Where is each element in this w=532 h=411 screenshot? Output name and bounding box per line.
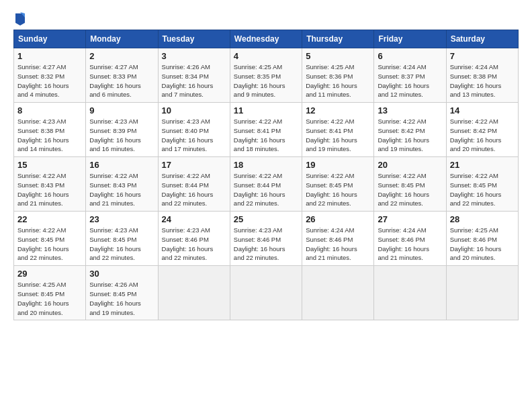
calendar-cell: 18Sunrise: 4:22 AM Sunset: 8:44 PM Dayli…	[230, 157, 302, 212]
day-info: Sunrise: 4:23 AM Sunset: 8:40 PM Dayligh…	[162, 117, 226, 154]
day-number: 14	[450, 105, 515, 116]
calendar-cell: 20Sunrise: 4:22 AM Sunset: 8:45 PM Dayli…	[374, 157, 446, 212]
calendar-cell: 11Sunrise: 4:22 AM Sunset: 8:41 PM Dayli…	[230, 103, 302, 157]
day-number: 9	[89, 105, 154, 116]
calendar-cell: 9Sunrise: 4:23 AM Sunset: 8:39 PM Daylig…	[86, 103, 158, 157]
calendar-cell: 23Sunrise: 4:23 AM Sunset: 8:45 PM Dayli…	[86, 212, 158, 266]
day-number: 20	[378, 160, 442, 170]
day-info: Sunrise: 4:22 AM Sunset: 8:43 PM Dayligh…	[89, 171, 154, 208]
calendar-cell: 26Sunrise: 4:24 AM Sunset: 8:46 PM Dayli…	[302, 212, 374, 266]
calendar-cell: 28Sunrise: 4:25 AM Sunset: 8:46 PM Dayli…	[446, 212, 518, 266]
day-number: 3	[162, 51, 226, 61]
calendar-week-2: 8Sunrise: 4:23 AM Sunset: 8:38 PM Daylig…	[14, 103, 519, 157]
calendar-cell: 5Sunrise: 4:25 AM Sunset: 8:36 PM Daylig…	[302, 48, 374, 103]
day-info: Sunrise: 4:23 AM Sunset: 8:38 PM Dayligh…	[17, 117, 82, 154]
day-number: 8	[17, 105, 82, 116]
day-info: Sunrise: 4:22 AM Sunset: 8:45 PM Dayligh…	[306, 171, 370, 208]
day-info: Sunrise: 4:22 AM Sunset: 8:43 PM Dayligh…	[17, 171, 82, 208]
day-info: Sunrise: 4:27 AM Sunset: 8:32 PM Dayligh…	[17, 62, 82, 99]
day-info: Sunrise: 4:22 AM Sunset: 8:41 PM Dayligh…	[234, 117, 298, 154]
day-info: Sunrise: 4:23 AM Sunset: 8:46 PM Dayligh…	[234, 226, 298, 263]
calendar-week-1: 1Sunrise: 4:27 AM Sunset: 8:32 PM Daylig…	[14, 48, 519, 103]
calendar-cell	[158, 266, 230, 320]
calendar-cell: 1Sunrise: 4:27 AM Sunset: 8:32 PM Daylig…	[14, 48, 86, 103]
day-number: 13	[378, 105, 442, 116]
day-number: 16	[89, 160, 154, 170]
logo-icon	[14, 11, 26, 26]
day-number: 19	[306, 160, 370, 170]
day-number: 17	[162, 160, 226, 170]
calendar-cell: 13Sunrise: 4:22 AM Sunset: 8:42 PM Dayli…	[374, 103, 446, 157]
day-info: Sunrise: 4:24 AM Sunset: 8:37 PM Dayligh…	[378, 62, 442, 99]
day-number: 23	[89, 214, 154, 224]
calendar-cell	[446, 266, 518, 320]
calendar-cell: 16Sunrise: 4:22 AM Sunset: 8:43 PM Dayli…	[86, 157, 158, 212]
calendar-week-3: 15Sunrise: 4:22 AM Sunset: 8:43 PM Dayli…	[14, 157, 519, 212]
day-number: 4	[234, 51, 298, 61]
day-info: Sunrise: 4:22 AM Sunset: 8:41 PM Dayligh…	[306, 117, 370, 154]
day-info: Sunrise: 4:25 AM Sunset: 8:35 PM Dayligh…	[234, 62, 298, 99]
calendar-cell: 10Sunrise: 4:23 AM Sunset: 8:40 PM Dayli…	[158, 103, 230, 157]
day-info: Sunrise: 4:25 AM Sunset: 8:45 PM Dayligh…	[17, 280, 82, 317]
calendar-cell: 14Sunrise: 4:22 AM Sunset: 8:42 PM Dayli…	[446, 103, 518, 157]
day-info: Sunrise: 4:22 AM Sunset: 8:44 PM Dayligh…	[234, 171, 298, 208]
day-number: 22	[17, 214, 82, 224]
day-number: 11	[234, 105, 298, 116]
day-number: 30	[89, 269, 154, 279]
calendar-cell	[374, 266, 446, 320]
day-info: Sunrise: 4:24 AM Sunset: 8:38 PM Dayligh…	[450, 62, 515, 99]
calendar-cell	[230, 266, 302, 320]
calendar-col-friday: Friday	[374, 30, 446, 48]
calendar-cell: 12Sunrise: 4:22 AM Sunset: 8:41 PM Dayli…	[302, 103, 374, 157]
day-number: 5	[306, 51, 370, 61]
calendar-cell: 27Sunrise: 4:24 AM Sunset: 8:46 PM Dayli…	[374, 212, 446, 266]
calendar-cell	[302, 266, 374, 320]
calendar-cell: 6Sunrise: 4:24 AM Sunset: 8:37 PM Daylig…	[374, 48, 446, 103]
day-info: Sunrise: 4:22 AM Sunset: 8:45 PM Dayligh…	[378, 171, 442, 208]
calendar-cell: 19Sunrise: 4:22 AM Sunset: 8:45 PM Dayli…	[302, 157, 374, 212]
calendar-cell: 30Sunrise: 4:26 AM Sunset: 8:45 PM Dayli…	[86, 266, 158, 320]
page: SundayMondayTuesdayWednesdayThursdayFrid…	[0, 0, 532, 411]
day-number: 15	[17, 160, 82, 170]
calendar-header-row: SundayMondayTuesdayWednesdayThursdayFrid…	[14, 30, 519, 48]
day-info: Sunrise: 4:24 AM Sunset: 8:46 PM Dayligh…	[378, 226, 442, 263]
day-number: 12	[306, 105, 370, 116]
calendar-cell: 29Sunrise: 4:25 AM Sunset: 8:45 PM Dayli…	[14, 266, 86, 320]
day-number: 25	[234, 214, 298, 224]
day-info: Sunrise: 4:25 AM Sunset: 8:36 PM Dayligh…	[306, 62, 370, 99]
calendar-week-5: 29Sunrise: 4:25 AM Sunset: 8:45 PM Dayli…	[14, 266, 519, 320]
day-number: 24	[162, 214, 226, 224]
day-info: Sunrise: 4:25 AM Sunset: 8:46 PM Dayligh…	[450, 226, 515, 263]
day-number: 18	[234, 160, 298, 170]
day-info: Sunrise: 4:23 AM Sunset: 8:45 PM Dayligh…	[89, 226, 154, 263]
day-number: 26	[306, 214, 370, 224]
day-info: Sunrise: 4:26 AM Sunset: 8:45 PM Dayligh…	[89, 280, 154, 317]
day-info: Sunrise: 4:24 AM Sunset: 8:46 PM Dayligh…	[306, 226, 370, 263]
day-number: 7	[450, 51, 515, 61]
day-number: 2	[89, 51, 154, 61]
day-number: 27	[378, 214, 442, 224]
calendar-col-sunday: Sunday	[14, 30, 86, 48]
calendar-cell: 7Sunrise: 4:24 AM Sunset: 8:38 PM Daylig…	[446, 48, 518, 103]
day-number: 28	[450, 214, 515, 224]
day-number: 1	[17, 51, 82, 61]
day-number: 10	[162, 105, 226, 116]
day-info: Sunrise: 4:27 AM Sunset: 8:33 PM Dayligh…	[89, 62, 154, 99]
day-info: Sunrise: 4:22 AM Sunset: 8:42 PM Dayligh…	[450, 117, 515, 154]
day-info: Sunrise: 4:23 AM Sunset: 8:39 PM Dayligh…	[89, 117, 154, 154]
calendar-cell: 4Sunrise: 4:25 AM Sunset: 8:35 PM Daylig…	[230, 48, 302, 103]
calendar-cell: 15Sunrise: 4:22 AM Sunset: 8:43 PM Dayli…	[14, 157, 86, 212]
day-number: 29	[17, 269, 82, 279]
header	[13, 12, 519, 23]
day-info: Sunrise: 4:26 AM Sunset: 8:34 PM Dayligh…	[162, 62, 226, 99]
calendar-cell: 17Sunrise: 4:22 AM Sunset: 8:44 PM Dayli…	[158, 157, 230, 212]
calendar-week-4: 22Sunrise: 4:22 AM Sunset: 8:45 PM Dayli…	[14, 212, 519, 266]
day-info: Sunrise: 4:22 AM Sunset: 8:45 PM Dayligh…	[450, 171, 515, 208]
calendar-col-wednesday: Wednesday	[230, 30, 302, 48]
calendar-col-monday: Monday	[86, 30, 158, 48]
calendar-table: SundayMondayTuesdayWednesdayThursdayFrid…	[13, 30, 519, 320]
calendar-cell: 24Sunrise: 4:23 AM Sunset: 8:46 PM Dayli…	[158, 212, 230, 266]
calendar-cell: 25Sunrise: 4:23 AM Sunset: 8:46 PM Dayli…	[230, 212, 302, 266]
calendar-col-thursday: Thursday	[302, 30, 374, 48]
day-info: Sunrise: 4:22 AM Sunset: 8:44 PM Dayligh…	[162, 171, 226, 208]
